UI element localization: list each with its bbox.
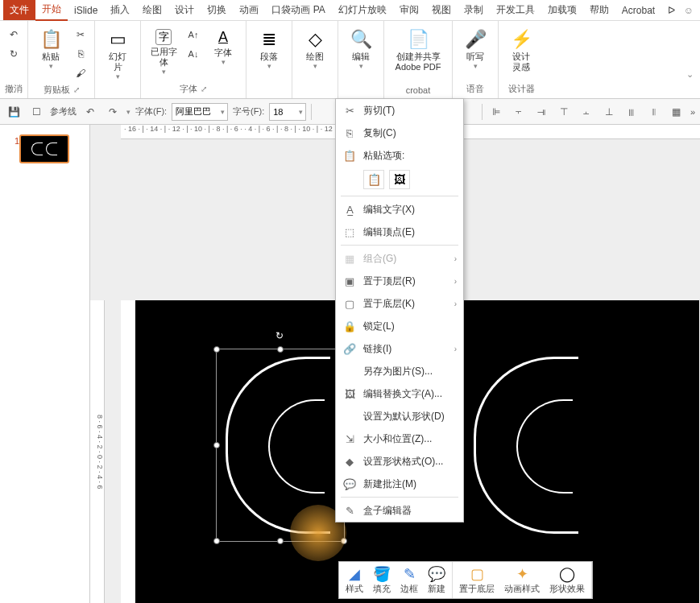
menu-home[interactable]: 开始 — [35, 0, 68, 21]
ribbon-collapse-icon[interactable]: ⌄ — [686, 21, 700, 98]
menu-addins[interactable]: 加载项 — [541, 0, 583, 20]
distribute-v-icon[interactable]: ⫴ — [645, 103, 663, 121]
menu-design[interactable]: 设计 — [168, 0, 201, 20]
cm-copy[interactable]: ⎘复制(C) — [336, 122, 463, 144]
mt-anim-style[interactable]: ✦动画样式 — [499, 564, 545, 597]
cm-save-as-picture[interactable]: 另存为图片(S)... — [336, 360, 463, 382]
menu-review[interactable]: 审阅 — [393, 0, 425, 20]
mt-send-back[interactable]: ▢置于底层 — [454, 564, 499, 597]
mt-shape-effect[interactable]: ◯形状效果 — [545, 564, 590, 597]
selection-box[interactable]: ↻ — [216, 349, 345, 542]
menu-pocket-anim[interactable]: 口袋动画 PA — [265, 0, 331, 20]
paste-picture-button[interactable]: 🖼 — [389, 170, 410, 189]
designer-button[interactable]: ⚡ 设计 灵感 — [503, 26, 539, 76]
align-bottom-icon[interactable]: ⊥ — [600, 103, 618, 121]
save-icon[interactable]: 💾 — [5, 103, 23, 121]
shape-c-right[interactable] — [474, 357, 578, 534]
menu-bar: 文件 开始 iSlide 插入 绘图 设计 切换 动画 口袋动画 PA 幻灯片放… — [0, 0, 700, 21]
menu-help[interactable]: 帮助 — [583, 0, 615, 20]
menu-more[interactable]: ᐅ — [661, 2, 681, 19]
cm-default-shape[interactable]: 设置为默认形状(D) — [336, 405, 463, 427]
font-button[interactable]: A 字体 ▾ — [205, 26, 241, 69]
editing-button[interactable]: 🔍 编辑 ▾ — [343, 26, 379, 73]
copy-button[interactable]: ⎘ — [72, 45, 89, 63]
cm-bring-front[interactable]: ▣置于顶层(R)› — [336, 270, 463, 292]
ribbon-group-adobe: 📄 创建并共享 Adobe PDF crobat — [384, 21, 453, 98]
menu-record[interactable]: 录制 — [458, 0, 490, 20]
cm-alt-text[interactable]: 🖼编辑替换文字(A)... — [336, 382, 463, 405]
used-fonts-button[interactable]: 字 已用字 体 ▾ — [146, 26, 181, 79]
anim-icon: ✦ — [516, 565, 528, 583]
cm-format-shape[interactable]: ◆设置形状格式(O)... — [336, 450, 463, 473]
drawing-button[interactable]: ◇ 绘图 ▾ — [297, 26, 333, 73]
menu-transitions[interactable]: 切换 — [201, 0, 233, 20]
menu-acrobat[interactable]: Acrobat — [615, 2, 661, 19]
align-top-icon[interactable]: ⊤ — [555, 103, 573, 121]
resize-handle-tm[interactable] — [277, 346, 284, 353]
scissors-icon: ✂ — [342, 105, 357, 117]
cm-box-editor[interactable]: ✎盒子编辑器 — [336, 499, 463, 522]
resize-handle-tl[interactable] — [213, 346, 220, 353]
clipboard-icon: 📋 — [342, 150, 357, 162]
cm-lock[interactable]: 🔒锁定(L) — [336, 315, 463, 337]
paragraph-button[interactable]: ≣ 段落 ▾ — [251, 26, 287, 73]
smile-icon[interactable]: ☺ — [684, 5, 694, 16]
group-icon[interactable]: ▦ — [668, 103, 686, 121]
context-menu: ✂剪切(T) ⎘复制(C) 📋粘贴选项: 📋 🖼 A̲编辑文字(X) ⬚编辑顶点… — [335, 98, 464, 522]
cm-link[interactable]: 🔗链接(I)› — [336, 337, 463, 360]
menu-file[interactable]: 文件 — [3, 0, 35, 20]
slides-button[interactable]: ▭ 幻灯 片 ▾ — [100, 26, 135, 84]
align-middle-icon[interactable]: ⫠ — [578, 103, 595, 121]
cm-edit-points[interactable]: ⬚编辑顶点(E) — [336, 221, 463, 243]
font-launcher-icon[interactable]: ⤢ — [201, 85, 207, 93]
resize-handle-ml[interactable] — [213, 442, 220, 448]
menu-draw[interactable]: 绘图 — [136, 0, 168, 20]
distribute-h-icon[interactable]: ⫼ — [623, 103, 640, 121]
text-icon: A̲ — [342, 204, 357, 216]
paste-button[interactable]: 📋 粘贴 ▾ — [33, 26, 68, 73]
dictate-button[interactable]: 🎤 听写 ▾ — [458, 26, 493, 73]
resize-handle-bl[interactable] — [213, 538, 220, 544]
copy-icon: ⎘ — [342, 127, 357, 139]
font-size-combo[interactable]: 18 — [269, 103, 306, 121]
resize-handle-bm[interactable] — [277, 538, 284, 544]
ribbon-group-clipboard: 📋 粘贴 ▾ ✂ ⎘ 🖌 剪贴板⤢ — [28, 21, 95, 98]
rotate-handle[interactable]: ↻ — [275, 330, 285, 340]
cm-size-position[interactable]: ⇲大小和位置(Z)... — [336, 427, 463, 450]
menu-animations[interactable]: 动画 — [233, 0, 265, 20]
mt-fill[interactable]: 🪣填充 — [368, 564, 396, 597]
menu-devtools[interactable]: 开发工具 — [490, 0, 541, 20]
clipboard-launcher-icon[interactable]: ⤢ — [73, 85, 80, 94]
paste-keep-format-button[interactable]: 📋 — [363, 170, 384, 189]
cut-button[interactable]: ✂ — [72, 26, 89, 43]
cm-cut[interactable]: ✂剪切(T) — [336, 99, 463, 122]
cm-new-comment[interactable]: 💬新建批注(M) — [336, 473, 463, 495]
redo-icon[interactable]: ↷ — [104, 103, 122, 121]
mt-style[interactable]: ◢样式 — [341, 564, 368, 597]
undo-button[interactable]: ↶ — [5, 26, 23, 43]
slide-thumbnail-1[interactable] — [19, 134, 69, 163]
resize-handle-br[interactable] — [341, 538, 347, 544]
ribbon: ↶ ↻ 撤消 📋 粘贴 ▾ ✂ ⎘ 🖌 剪贴板⤢ ▭ 幻灯 — [0, 21, 700, 99]
mt-border[interactable]: ✎边框 — [396, 564, 423, 597]
chevron-right-icon: › — [454, 254, 457, 263]
menu-insert[interactable]: 插入 — [104, 0, 136, 20]
checkbox-guides[interactable]: ☐ — [27, 103, 45, 121]
redo-button[interactable]: ↻ — [5, 45, 23, 63]
adobe-pdf-button[interactable]: 📄 创建并共享 Adobe PDF — [389, 26, 447, 76]
menu-view[interactable]: 视图 — [425, 0, 458, 20]
mt-new[interactable]: 💬新建 — [423, 564, 450, 597]
align-left-icon[interactable]: ⊫ — [487, 103, 505, 121]
cm-edit-text[interactable]: A̲编辑文字(X) — [336, 198, 463, 221]
format-painter-button[interactable]: 🖌 — [72, 64, 89, 82]
undo-icon[interactable]: ↶ — [81, 103, 99, 121]
cm-send-back[interactable]: ▢置于底层(K)› — [336, 292, 463, 315]
align-center-h-icon[interactable]: ⫟ — [510, 103, 528, 121]
shrink-font-button[interactable]: A↓ — [184, 45, 202, 63]
align-right-icon[interactable]: ⫣ — [532, 103, 550, 121]
grow-font-button[interactable]: A↑ — [184, 26, 202, 43]
toolbar-more[interactable]: » — [690, 107, 695, 117]
menu-slideshow[interactable]: 幻灯片放映 — [332, 0, 393, 20]
menu-islide[interactable]: iSlide — [68, 2, 104, 19]
font-family-combo[interactable]: 阿里巴巴 — [172, 103, 228, 121]
